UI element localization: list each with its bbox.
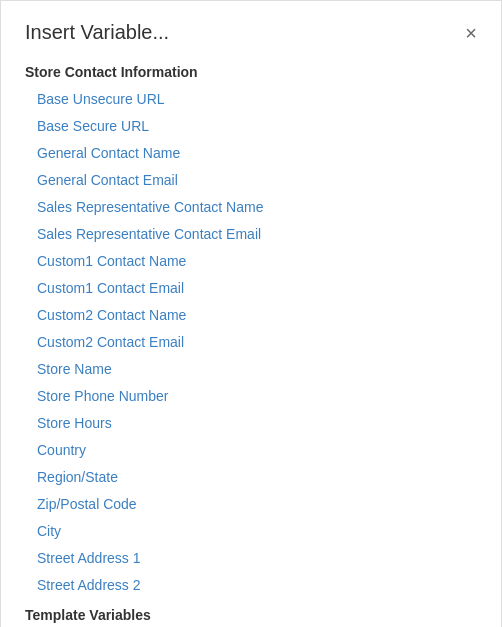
variable-link[interactable]: General Contact Email [25, 167, 477, 194]
variable-link[interactable]: Custom1 Contact Email [25, 275, 477, 302]
variable-link[interactable]: Base Secure URL [25, 113, 477, 140]
section-header-store-contact-information: Store Contact Information [25, 64, 477, 80]
variable-link[interactable]: Zip/Postal Code [25, 491, 477, 518]
variable-link[interactable]: Store Name [25, 356, 477, 383]
modal-container: Insert Variable... × Store Contact Infor… [0, 0, 502, 627]
variable-link[interactable]: Sales Representative Contact Name [25, 194, 477, 221]
variable-link[interactable]: Custom2 Contact Email [25, 329, 477, 356]
variable-link[interactable]: Region/State [25, 464, 477, 491]
variable-link[interactable]: Store Phone Number [25, 383, 477, 410]
variable-link[interactable]: City [25, 518, 477, 545]
modal-title: Insert Variable... [25, 21, 169, 44]
close-button[interactable]: × [465, 23, 477, 43]
variable-link[interactable]: Store Hours [25, 410, 477, 437]
variable-link[interactable]: Street Address 2 [25, 572, 477, 599]
variable-link[interactable]: Sales Representative Contact Email [25, 221, 477, 248]
variable-link[interactable]: Custom1 Contact Name [25, 248, 477, 275]
modal-header: Insert Variable... × [25, 21, 477, 44]
section-header-template-variables: Template Variables [25, 607, 477, 623]
variable-link[interactable]: Base Unsecure URL [25, 86, 477, 113]
section-template-variables: Template VariablesStore Name [25, 607, 477, 627]
sections-container: Store Contact InformationBase Unsecure U… [25, 64, 477, 627]
variable-link[interactable]: General Contact Name [25, 140, 477, 167]
variable-link[interactable]: Country [25, 437, 477, 464]
variable-link[interactable]: Custom2 Contact Name [25, 302, 477, 329]
section-store-contact-information: Store Contact InformationBase Unsecure U… [25, 64, 477, 599]
variable-link[interactable]: Street Address 1 [25, 545, 477, 572]
